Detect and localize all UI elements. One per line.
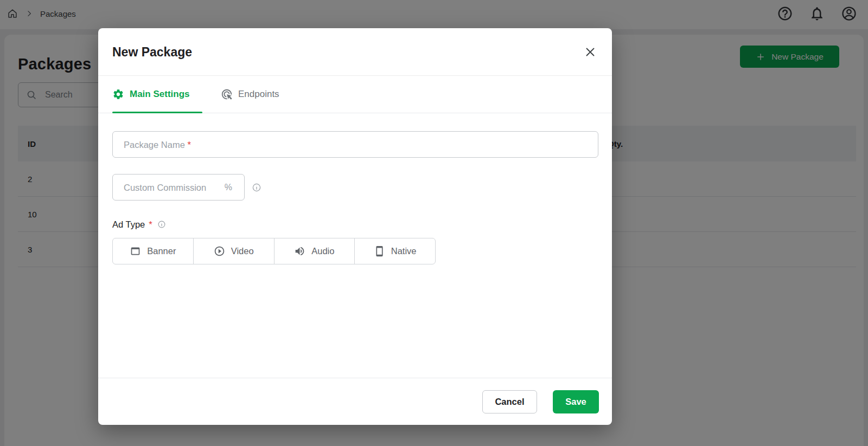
gear-icon — [112, 88, 124, 100]
close-icon[interactable] — [584, 46, 597, 59]
tab-endpoints-label: Endpoints — [238, 89, 279, 100]
info-icon[interactable] — [252, 183, 261, 192]
tab-main-settings[interactable]: Main Settings — [112, 76, 190, 113]
native-icon — [374, 245, 385, 257]
ad-type-label: Ad Type — [112, 219, 145, 230]
banner-icon — [130, 245, 141, 257]
package-name-field: Package Name * — [112, 131, 598, 158]
video-play-icon — [214, 245, 225, 257]
package-name-input[interactable] — [113, 132, 598, 157]
ad-type-options: Banner Video Audio Native — [112, 238, 436, 264]
ad-type-banner-button[interactable]: Banner — [113, 238, 193, 264]
modal-footer: Cancel Save — [98, 378, 612, 425]
cancel-button[interactable]: Cancel — [482, 390, 537, 413]
ad-type-label-row: Ad Type * — [112, 218, 166, 230]
app-screen: Packages Packages New Package — [0, 0, 868, 446]
ad-type-video-button[interactable]: Video — [193, 238, 274, 264]
custom-commission-field: Custom Commission % — [112, 174, 245, 201]
save-button[interactable]: Save — [553, 390, 599, 413]
modal-header: New Package — [98, 28, 612, 76]
audio-icon — [294, 245, 305, 257]
modal-tabs: Main Settings Endpoints — [98, 76, 612, 113]
active-tab-indicator — [112, 112, 202, 113]
tab-endpoints[interactable]: Endpoints — [221, 76, 279, 113]
modal-title: New Package — [112, 44, 192, 59]
info-icon[interactable] — [157, 220, 166, 229]
ad-type-native-button[interactable]: Native — [354, 238, 435, 264]
required-asterisk: * — [149, 219, 152, 230]
new-package-modal: New Package Main Settings Endpoints Pack… — [98, 28, 612, 425]
tab-main-settings-label: Main Settings — [130, 89, 190, 100]
custom-commission-input[interactable] — [113, 174, 244, 200]
ad-type-audio-button[interactable]: Audio — [274, 238, 355, 264]
ads-click-icon — [221, 88, 233, 100]
